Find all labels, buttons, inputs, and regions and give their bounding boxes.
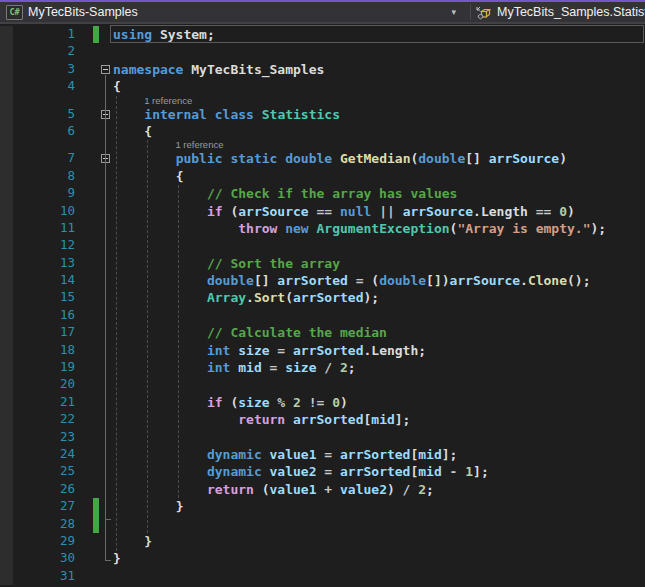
codelens-references[interactable]: 1 reference [113, 140, 645, 150]
code-line[interactable]: 2 [0, 43, 645, 60]
line-number[interactable]: 31 [13, 568, 75, 585]
line-number[interactable]: 1 [13, 26, 75, 43]
code-line[interactable]: 10 if (arrSource == null || arrSource.Le… [0, 203, 645, 220]
breakpoint-margin[interactable] [0, 359, 13, 376]
code-line[interactable]: 7 public static double GetMedian(double[… [0, 150, 645, 167]
collapse-toggle-icon[interactable] [101, 65, 110, 74]
line-number[interactable]: 14 [13, 272, 75, 289]
breakpoint-margin[interactable] [0, 220, 13, 237]
line-number[interactable]: 22 [13, 411, 75, 428]
line-number[interactable]: 16 [13, 307, 75, 324]
breakpoint-margin[interactable] [0, 237, 13, 254]
line-number[interactable]: 4 [13, 78, 75, 95]
code-line[interactable]: 20 [0, 376, 645, 393]
code-line[interactable]: 5 internal class Statistics [0, 106, 645, 123]
code-line[interactable]: 24 dynamic value1 = arrSorted[mid]; [0, 446, 645, 463]
line-number[interactable]: 23 [13, 429, 75, 446]
breakpoint-margin[interactable] [0, 429, 13, 446]
code-line[interactable]: 6 { [0, 123, 645, 140]
code-line[interactable]: 27 } [0, 498, 645, 515]
breakpoint-margin[interactable] [0, 43, 13, 60]
breakpoint-margin[interactable] [0, 550, 13, 567]
line-number[interactable]: 27 [13, 498, 75, 515]
code-line[interactable]: 15 Array.Sort(arrSorted); [0, 289, 645, 306]
line-number[interactable]: 26 [13, 481, 75, 498]
breakpoint-margin[interactable] [0, 516, 13, 533]
line-number[interactable]: 20 [13, 376, 75, 393]
line-number[interactable]: 2 [13, 43, 75, 60]
code-line[interactable]: 12 [0, 237, 645, 254]
codelens-references[interactable]: 1 reference [113, 96, 645, 106]
breakpoint-margin[interactable] [0, 61, 13, 78]
code-line[interactable]: 19 int mid = size / 2; [0, 359, 645, 376]
breakpoint-margin[interactable] [0, 342, 13, 359]
line-number[interactable]: 6 [13, 123, 75, 140]
breakpoint-margin[interactable] [0, 255, 13, 272]
code-line[interactable]: 14 double[] arrSorted = (double[])arrSou… [0, 272, 645, 289]
code-line[interactable]: 25 dynamic value2 = arrSorted[mid - 1]; [0, 463, 645, 480]
line-number[interactable]: 11 [13, 220, 75, 237]
breakpoint-margin[interactable] [0, 376, 13, 393]
line-number[interactable]: 10 [13, 203, 75, 220]
line-number[interactable]: 15 [13, 289, 75, 306]
collapse-toggle-icon[interactable] [101, 110, 110, 119]
breakpoint-margin[interactable] [0, 123, 13, 140]
code-line[interactable]: 21 if (size % 2 != 0) [0, 394, 645, 411]
code-line[interactable]: 17 // Calculate the median [0, 324, 645, 341]
line-number[interactable]: 21 [13, 394, 75, 411]
code-line[interactable]: 22 return arrSorted[mid]; [0, 411, 645, 428]
breakpoint-margin[interactable] [0, 78, 13, 95]
breakpoint-margin[interactable] [0, 411, 13, 428]
code-line[interactable]: 18 int size = arrSorted.Length; [0, 342, 645, 359]
breakpoint-margin[interactable] [0, 272, 13, 289]
code-line[interactable]: 8 { [0, 168, 645, 185]
code-line[interactable]: 11 throw new ArgumentException("Array is… [0, 220, 645, 237]
breakpoint-margin[interactable] [0, 168, 13, 185]
line-number[interactable]: 29 [13, 533, 75, 550]
code-line[interactable]: 31 [0, 568, 645, 585]
code-line[interactable]: 30} [0, 550, 645, 567]
code-line[interactable]: 29 } [0, 533, 645, 550]
breakpoint-margin[interactable] [0, 307, 13, 324]
breakpoint-margin[interactable] [0, 324, 13, 341]
line-number[interactable]: 3 [13, 61, 75, 78]
code-line[interactable]: 1using System; [0, 26, 645, 43]
member-dropdown[interactable]: MyTecBits_Samples.Statistics [471, 2, 645, 22]
breakpoint-margin[interactable] [0, 446, 13, 463]
line-number[interactable]: 25 [13, 463, 75, 480]
project-dropdown[interactable]: C# MyTecBits-Samples ▾ [0, 2, 470, 22]
line-number[interactable]: 8 [13, 168, 75, 185]
breakpoint-margin[interactable] [0, 394, 13, 411]
code-editor[interactable]: 1using System;23namespace MyTecBits_Samp… [0, 24, 645, 587]
line-number[interactable]: 7 [13, 150, 75, 167]
line-number[interactable]: 17 [13, 324, 75, 341]
code-line[interactable]: 13 // Sort the array [0, 255, 645, 272]
line-number[interactable]: 12 [13, 237, 75, 254]
code-line[interactable]: 26 return (value1 + value2) / 2; [0, 481, 645, 498]
code-line[interactable]: 16 [0, 307, 645, 324]
breakpoint-margin[interactable] [0, 203, 13, 220]
breakpoint-margin[interactable] [0, 568, 13, 585]
line-number[interactable]: 9 [13, 185, 75, 202]
code-line[interactable]: 9 // Check if the array has values [0, 185, 645, 202]
code-line[interactable]: 23 [0, 429, 645, 446]
line-number[interactable]: 13 [13, 255, 75, 272]
breakpoint-margin[interactable] [0, 289, 13, 306]
breakpoint-margin[interactable] [0, 481, 13, 498]
breakpoint-margin[interactable] [0, 498, 13, 515]
code-line[interactable]: 3namespace MyTecBits_Samples [0, 61, 645, 78]
line-number[interactable]: 18 [13, 342, 75, 359]
line-number[interactable]: 19 [13, 359, 75, 376]
line-number[interactable]: 28 [13, 516, 75, 533]
breakpoint-margin[interactable] [0, 150, 13, 167]
code-line[interactable]: 28 [0, 516, 645, 533]
breakpoint-margin[interactable] [0, 533, 13, 550]
breakpoint-margin[interactable] [0, 26, 13, 43]
breakpoint-margin[interactable] [0, 463, 13, 480]
line-number[interactable]: 5 [13, 106, 75, 123]
line-number[interactable]: 30 [13, 550, 75, 567]
collapse-toggle-icon[interactable] [101, 154, 110, 163]
breakpoint-margin[interactable] [0, 185, 13, 202]
breakpoint-margin[interactable] [0, 106, 13, 123]
line-number[interactable]: 24 [13, 446, 75, 463]
